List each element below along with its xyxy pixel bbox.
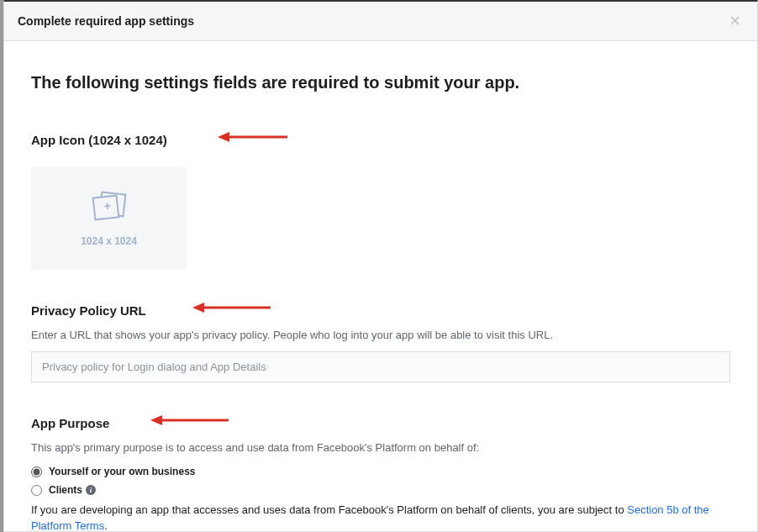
- close-icon: ×: [729, 10, 740, 31]
- annotation-arrow-icon: [191, 298, 275, 318]
- radio-self-label: Yourself or your own business: [49, 466, 195, 477]
- annotation-arrow-icon: [149, 410, 233, 430]
- modal-body: The following settings fields are requir…: [4, 41, 757, 532]
- privacy-description: Enter a URL that shows your app's privac…: [31, 328, 730, 343]
- page-title: The following settings fields are requir…: [31, 73, 730, 92]
- close-button[interactable]: ×: [726, 12, 744, 30]
- radio-option-clients[interactable]: Clients i: [31, 484, 730, 496]
- radio-self-input[interactable]: [31, 466, 42, 477]
- icon-upload-hint: 1024 x 1024: [81, 235, 137, 247]
- modal: Complete required app settings × The fol…: [3, 0, 758, 532]
- svg-marker-6: [192, 303, 204, 313]
- footnote-pre: If you are developing an app that access…: [31, 503, 627, 516]
- app-icon-heading: App Icon (1024 x 1024): [31, 133, 167, 147]
- radio-clients-input[interactable]: [31, 485, 42, 496]
- radio-option-self[interactable]: Yourself or your own business: [31, 466, 730, 477]
- section-privacy-policy: Privacy Policy URL Enter a URL that show…: [31, 303, 730, 382]
- purpose-description: This app's primary purpose is to access …: [31, 440, 730, 456]
- purpose-heading: App Purpose: [31, 416, 109, 430]
- section-app-icon: App Icon (1024 x 1024) + 1024 x 1024: [31, 133, 730, 270]
- purpose-heading-text: App Purpose: [31, 416, 109, 430]
- modal-header: Complete required app settings ×: [4, 2, 757, 41]
- purpose-footnote: If you are developing an app that access…: [31, 503, 730, 532]
- app-icon-heading-text: App Icon (1024 x 1024): [31, 133, 167, 147]
- footnote-post: .: [104, 519, 108, 532]
- svg-marker-1: [218, 132, 229, 142]
- svg-marker-8: [150, 415, 162, 425]
- icon-upload-area[interactable]: + 1024 x 1024: [31, 167, 187, 270]
- privacy-policy-input[interactable]: [31, 351, 730, 382]
- section-app-purpose: App Purpose This app's primary purpose i…: [31, 416, 730, 532]
- radio-clients-label: Clients: [49, 484, 82, 496]
- svg-text:+: +: [103, 198, 111, 213]
- info-icon[interactable]: i: [86, 485, 96, 495]
- photo-placeholder-icon: +: [89, 190, 129, 227]
- modal-title: Complete required app settings: [18, 14, 194, 28]
- annotation-arrow-icon: [216, 127, 292, 147]
- privacy-heading-text: Privacy Policy URL: [31, 303, 146, 318]
- purpose-radio-group: Yourself or your own business Clients i: [31, 466, 730, 496]
- privacy-heading: Privacy Policy URL: [31, 303, 146, 318]
